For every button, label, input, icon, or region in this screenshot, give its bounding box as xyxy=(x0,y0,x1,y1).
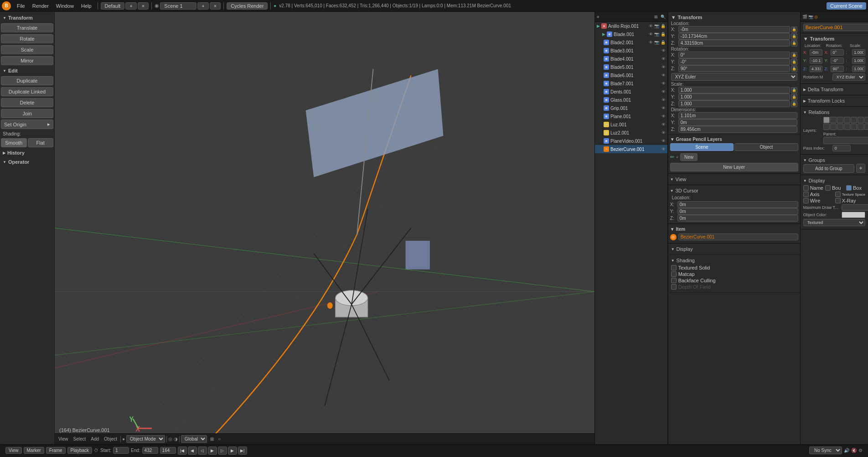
bou-checkbox[interactable] xyxy=(825,185,831,191)
loc-x-input[interactable] xyxy=(810,49,823,56)
texture-space-checkbox[interactable] xyxy=(835,192,841,197)
outliner-item-glass[interactable]: ■ Glass.001 👁 xyxy=(595,96,667,104)
item-visibility[interactable]: 👁 xyxy=(649,40,653,45)
menu-file[interactable]: File xyxy=(14,2,28,10)
layer-15[interactable] xyxy=(851,124,857,130)
layer-7[interactable] xyxy=(864,117,868,123)
gp-object-btn[interactable]: Object xyxy=(734,143,798,151)
vp-select-btn[interactable]: Select xyxy=(72,436,88,442)
transform-panel-header[interactable]: ▼ Transform xyxy=(671,14,797,21)
view-timeline-btn[interactable]: View xyxy=(5,447,22,454)
vp-object-btn[interactable]: Object xyxy=(102,436,119,442)
duplicate-linked-btn[interactable]: Duplicate Linked xyxy=(1,87,53,96)
location-y-input[interactable] xyxy=(678,33,790,40)
scene-add-btn[interactable]: + xyxy=(197,2,208,10)
scale-x-lock[interactable]: 🔒 xyxy=(791,87,797,93)
location-x-lock[interactable]: 🔒 xyxy=(791,26,797,33)
start-frame-input[interactable] xyxy=(113,447,129,454)
rot-x-input[interactable] xyxy=(831,49,844,56)
layer-5[interactable] xyxy=(851,117,857,123)
layer-12[interactable] xyxy=(830,124,837,130)
outliner-item-luz2[interactable]: ☀ Luz2.001 👁 xyxy=(595,129,667,137)
rotation-z-lock[interactable]: 🔒 xyxy=(791,66,797,72)
dim-x-input[interactable] xyxy=(678,112,797,119)
add-to-group-btn[interactable]: Add to Group xyxy=(803,164,854,173)
group-plus-btn[interactable]: + xyxy=(856,164,865,173)
outliner-item-blade2[interactable]: ■ Blade2.001 👁 📷 🔒 xyxy=(595,38,667,47)
menu-window[interactable]: Window xyxy=(53,2,77,10)
vp-view-btn[interactable]: View xyxy=(57,436,70,442)
viewport-mode-select[interactable]: Object Mode xyxy=(126,435,165,443)
viewport-pivot-select[interactable]: Global xyxy=(181,435,207,443)
item-visibility[interactable]: 👁 xyxy=(661,106,666,110)
display-type-select[interactable]: Textured Solid Wire xyxy=(803,219,865,226)
proportional-btn[interactable]: ○ xyxy=(216,436,222,442)
loc-y-input2[interactable] xyxy=(810,57,823,64)
gp-new-layer-btn[interactable]: New Layer xyxy=(670,163,798,171)
item-render[interactable]: 🔒 xyxy=(661,32,666,36)
duplicate-btn[interactable]: Duplicate xyxy=(1,76,53,85)
location-z-lock[interactable]: 🔒 xyxy=(791,40,797,47)
layer-11[interactable] xyxy=(823,124,830,130)
item-visibility[interactable]: 👁 xyxy=(661,130,666,135)
object-name-field[interactable] xyxy=(803,24,868,31)
outliner-item-luz[interactable]: ☀ Luz.001 👁 xyxy=(595,120,667,129)
edit-section-header[interactable]: ▼ Edit xyxy=(1,67,53,75)
dof-checkbox[interactable] xyxy=(671,284,677,290)
textured-solid-checkbox[interactable] xyxy=(671,265,677,270)
layer-6[interactable] xyxy=(858,117,864,123)
item-camera[interactable]: 📷 xyxy=(654,24,659,28)
gp-scene-btn[interactable]: Scene xyxy=(670,143,734,151)
rot-z-input2[interactable] xyxy=(831,66,844,72)
loc-z-input2[interactable] xyxy=(810,66,823,72)
layer-4[interactable] xyxy=(844,117,850,123)
xray-checkbox[interactable] xyxy=(835,198,841,203)
layer-3[interactable] xyxy=(837,117,843,123)
scale-x-input2[interactable] xyxy=(852,49,865,56)
parent-input[interactable] xyxy=(823,137,868,144)
history-section-header[interactable]: ▶ History xyxy=(1,149,53,157)
transform-section-header[interactable]: ▼ Transform xyxy=(1,14,53,22)
outliner-item-blade7[interactable]: ■ Blade7.001 👁 xyxy=(595,79,667,88)
props-tab-scene[interactable]: 🎬 xyxy=(802,15,807,19)
display-header[interactable]: ▼ Display xyxy=(803,177,865,184)
obj-color-picker[interactable] xyxy=(842,212,865,218)
operator-section-header[interactable]: ▼ Operator xyxy=(1,158,53,166)
item-render[interactable]: 🔒 xyxy=(661,40,666,45)
item-visibility[interactable]: 👁 xyxy=(649,24,653,28)
wire-checkbox[interactable] xyxy=(803,198,809,203)
scale-x-input[interactable] xyxy=(678,87,790,93)
skip-start-btn[interactable]: |◀ xyxy=(178,447,187,455)
rot-y-input2[interactable] xyxy=(831,57,844,64)
rotate-btn[interactable]: Rotate xyxy=(1,34,53,43)
item-visibility[interactable]: 👁 xyxy=(649,32,653,36)
name-checkbox[interactable] xyxy=(803,185,809,191)
scale-btn[interactable]: Scale xyxy=(1,45,53,54)
skip-end-btn[interactable]: ▶| xyxy=(238,447,247,455)
item-render[interactable]: 🔒 xyxy=(661,24,666,28)
current-scene-btn[interactable]: Current Scene xyxy=(827,2,866,10)
locks-header[interactable]: ▶ Transform Locks xyxy=(803,97,865,104)
menu-help[interactable]: Help xyxy=(78,2,95,10)
outliner-item-planevideo[interactable]: ■ PlaneVideo.001 👁 xyxy=(595,137,667,145)
item-camera[interactable]: 📷 xyxy=(654,40,659,45)
pass-index-input[interactable] xyxy=(832,145,851,151)
item-section-header[interactable]: ▼ Item xyxy=(670,226,798,233)
relations-header[interactable]: ▼ Relations xyxy=(803,109,865,116)
props-tab-render[interactable]: 📷 xyxy=(808,15,813,19)
outliner-item-blade6[interactable]: ■ Blade6.001 👁 xyxy=(595,71,667,79)
backface-checkbox[interactable] xyxy=(671,278,677,283)
render-engine[interactable]: Cycles Render xyxy=(227,2,268,10)
layer-16[interactable] xyxy=(858,124,864,130)
next-keyframe-btn[interactable]: ▷ xyxy=(218,447,227,455)
current-frame-input[interactable] xyxy=(160,447,176,454)
layer-13[interactable] xyxy=(837,124,843,130)
mirror-btn[interactable]: Mirror xyxy=(1,56,53,65)
scale-z-input2[interactable] xyxy=(852,66,865,72)
groups-header[interactable]: ▼ Groups xyxy=(803,156,865,164)
layer-2[interactable] xyxy=(830,117,837,123)
item-visibility[interactable]: 👁 xyxy=(661,98,666,102)
flat-btn[interactable]: Flat xyxy=(28,138,54,147)
rotation-x-input[interactable] xyxy=(678,52,790,58)
scene-selector[interactable]: Scene 1 xyxy=(160,2,196,10)
